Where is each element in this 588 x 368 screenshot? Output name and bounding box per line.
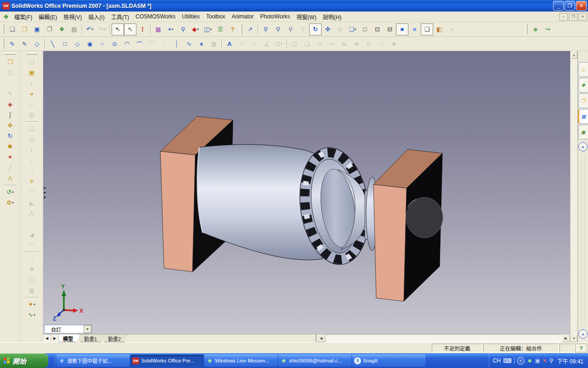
offset-entities-button[interactable]: ⊃ bbox=[313, 38, 326, 50]
swept-boss-button[interactable]: ◕ bbox=[23, 88, 40, 99]
realview-button[interactable]: ● bbox=[446, 23, 458, 35]
trim-entities-button[interactable]: ✂ bbox=[326, 38, 338, 50]
rotate-view-button[interactable]: ↻ bbox=[309, 23, 322, 35]
revolved-boss-button[interactable]: ◖ bbox=[23, 78, 40, 88]
network-disconnected-tray-icon[interactable]: ✕ bbox=[543, 357, 547, 364]
physical-simulation-button[interactable]: ⚙▾ bbox=[1, 197, 19, 208]
solidworks-office-button[interactable]: ❖ bbox=[56, 23, 68, 35]
sketch-button[interactable]: ✎ bbox=[6, 38, 18, 50]
hole-wizard-button[interactable]: ✳ bbox=[23, 176, 40, 187]
extruded-cut-button[interactable]: ❏ bbox=[23, 123, 40, 134]
magnified-selection-button[interactable]: ⚲ bbox=[177, 23, 189, 35]
3d-drawing-view-button[interactable]: ◍ bbox=[334, 23, 346, 35]
language-indicator[interactable]: CH bbox=[493, 357, 501, 364]
tab-model[interactable]: 模型 bbox=[59, 334, 80, 342]
task-pane-grip[interactable] bbox=[581, 156, 585, 325]
extend-entities-button[interactable]: ⇆ bbox=[338, 38, 351, 50]
plane-button[interactable]: ⊤ bbox=[236, 38, 248, 50]
edit-part-button[interactable]: ▣ bbox=[23, 67, 40, 78]
internet-explorer-button[interactable]: e bbox=[529, 23, 542, 35]
centerline-button[interactable]: ┆ bbox=[170, 38, 183, 50]
hide-show-components-button[interactable]: ◱ bbox=[1, 67, 19, 78]
interference-detection-button[interactable]: ⚠ bbox=[1, 173, 19, 184]
zoom-selection-button[interactable]: ⚲ bbox=[297, 23, 309, 35]
collapse-panel-button[interactable]: « bbox=[578, 329, 588, 339]
thicken-button[interactable]: ▥ bbox=[23, 109, 40, 120]
menu-animator[interactable]: Animator bbox=[228, 12, 257, 21]
lofted-cut-button[interactable]: ◔ bbox=[23, 166, 40, 176]
pan-button[interactable]: ✜ bbox=[322, 23, 334, 35]
collapse-taskpane-button[interactable]: « bbox=[578, 142, 588, 151]
reference-geometry-button[interactable]: ✦▾ bbox=[23, 299, 40, 310]
orientation-combo[interactable]: 自訂 ▼ bbox=[44, 325, 92, 334]
tray-chevron-icon[interactable]: ‹ bbox=[517, 357, 525, 365]
chamfer-button[interactable]: ◣ bbox=[23, 197, 40, 208]
rib-button[interactable]: ⋀ bbox=[23, 208, 40, 218]
menu-photoworks[interactable]: PhotoWorks bbox=[257, 12, 293, 21]
simulation-button[interactable]: ↺▾ bbox=[1, 187, 19, 197]
mate-button[interactable]: ∫ bbox=[1, 109, 19, 120]
smart-mates-button[interactable]: ◈ bbox=[1, 99, 19, 109]
extruded-boss-button[interactable]: ❑ bbox=[23, 57, 40, 67]
tab-animation2[interactable]: 動畫2 bbox=[101, 334, 128, 342]
solidworks-resources-tab[interactable]: ⌂ bbox=[578, 62, 588, 77]
menu-view[interactable]: 檢視(V) bbox=[60, 12, 85, 22]
mirror-entities-button[interactable]: ◫ bbox=[288, 38, 301, 50]
modify-sketch-button[interactable]: ◇ bbox=[31, 38, 43, 50]
open-button[interactable]: ❒ bbox=[18, 23, 31, 35]
network-signal-tray-icon[interactable]: ▣ bbox=[535, 357, 540, 364]
lofted-boss-button[interactable]: ⌓ bbox=[23, 99, 40, 109]
centerpoint-arc-button[interactable]: ◠ bbox=[121, 38, 133, 50]
feature-panel-expand-arrows[interactable]: ▸▸▸ bbox=[43, 185, 47, 199]
menu-help[interactable]: 說明(H) bbox=[320, 12, 345, 22]
convert-entities-button[interactable]: ❏ bbox=[301, 38, 313, 50]
dome-button[interactable]: ◠ bbox=[23, 240, 40, 250]
print-button[interactable]: ▤ bbox=[68, 23, 80, 35]
wireframe-button[interactable]: □ bbox=[359, 23, 371, 35]
add-relation-button[interactable]: ⊥ bbox=[248, 38, 260, 50]
hscroll-left-icon[interactable]: ◀ bbox=[317, 334, 325, 342]
menu-toolbox[interactable]: Toolbox bbox=[203, 12, 228, 21]
task-ie-thread[interactable]: e 请教下图中辊子如... bbox=[57, 355, 130, 367]
insert-components-button[interactable]: ❒ bbox=[1, 57, 19, 67]
dimension-button[interactable]: ⊡▾ bbox=[273, 38, 285, 50]
line-button[interactable]: ╲ bbox=[46, 38, 59, 50]
make-drawing-button[interactable]: ❐ bbox=[43, 23, 56, 35]
solidworks-model-button[interactable]: ◆▾ bbox=[189, 23, 202, 35]
split-window-button[interactable]: ◫▾ bbox=[202, 23, 214, 35]
mdi-close-button[interactable]: × bbox=[578, 13, 587, 21]
graphics-area[interactable]: Y X Z ▸▸▸ 自訂 ▼ bbox=[43, 51, 570, 334]
keyboard-icon[interactable]: ⌨ bbox=[503, 357, 512, 364]
rebuild-button[interactable]: ⋮ bbox=[136, 23, 149, 35]
zoom-fit-button[interactable]: ⚲ bbox=[260, 23, 272, 35]
ellipse-button[interactable]: ⊙ bbox=[108, 38, 121, 50]
hidden-lines-removed-button[interactable]: ⊟ bbox=[384, 23, 396, 35]
curves-button[interactable]: ∿▾ bbox=[23, 310, 40, 320]
vscroll-up-icon[interactable]: ▲ bbox=[571, 51, 577, 59]
combo-dropdown-icon[interactable]: ▼ bbox=[84, 325, 91, 333]
point-button[interactable]: ∗ bbox=[195, 38, 208, 50]
measure-button[interactable]: ⌖▾ bbox=[164, 23, 177, 35]
exploded-view-button[interactable]: ✶ bbox=[1, 152, 19, 162]
sketch-text-button[interactable]: A bbox=[223, 38, 236, 50]
linear-pattern-button[interactable]: ∷ bbox=[23, 253, 40, 264]
perimeter-circle-button[interactable]: ○ bbox=[96, 38, 108, 50]
menu-cosmosworks[interactable]: COSMOSWorks bbox=[132, 12, 179, 21]
revolved-cut-button[interactable]: ◗ bbox=[23, 144, 40, 155]
mdi-minimize-button[interactable]: − bbox=[559, 13, 568, 21]
task-msn-contact[interactable]: ☻ shlo09098@hotmail.c... bbox=[278, 355, 351, 367]
move-entities-button[interactable]: ✜ bbox=[351, 38, 363, 50]
3d-sketch-button[interactable]: ✎ bbox=[18, 38, 31, 50]
tab-scroll-left-button[interactable]: ◀ bbox=[43, 334, 51, 342]
rotate-entities-button[interactable]: ↻ bbox=[363, 38, 375, 50]
menu-window[interactable]: 視窗(W) bbox=[293, 12, 319, 22]
edit-component-button[interactable]: ✎ bbox=[1, 88, 19, 99]
explode-line-sketch-button[interactable]: ╱ bbox=[1, 162, 19, 173]
circle-button[interactable]: ◉ bbox=[84, 38, 96, 50]
circular-sketch-pattern-button[interactable]: ❖ bbox=[388, 38, 400, 50]
draft-button[interactable]: ◢ bbox=[23, 229, 40, 240]
options-list-button[interactable]: ☰ bbox=[214, 23, 226, 35]
circular-pattern-button[interactable]: ❖ bbox=[23, 264, 40, 275]
shaded-button[interactable]: ■ bbox=[408, 23, 421, 35]
horizontal-scrollbar[interactable]: ◀ ▶ bbox=[317, 334, 570, 342]
